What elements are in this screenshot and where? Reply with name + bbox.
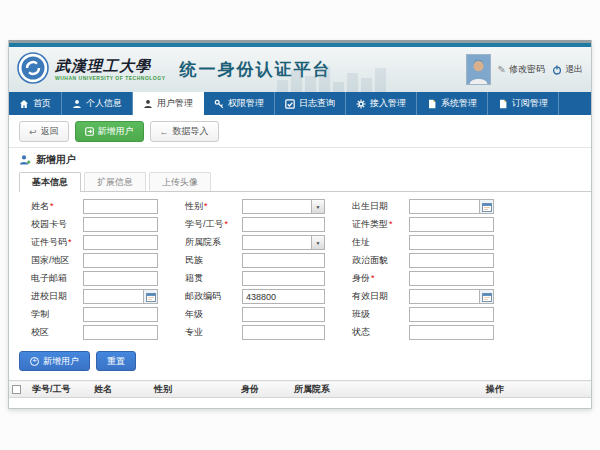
field-address: 住址: [352, 235, 494, 250]
nav-tab-label: 日志查询: [299, 97, 335, 110]
field-student-id: 学号/工号*: [185, 217, 325, 232]
class-input[interactable]: [409, 307, 494, 322]
field-label: 状态: [352, 327, 370, 337]
select-all-checkbox[interactable]: [12, 385, 21, 394]
department-select[interactable]: [243, 236, 311, 249]
education-length-input[interactable]: [83, 307, 158, 322]
grade-input[interactable]: [242, 307, 325, 322]
col-identity: 身份: [238, 381, 291, 398]
field-grade: 年级: [185, 307, 325, 322]
table-row: [9, 398, 591, 411]
tab-extended-info[interactable]: 扩展信息: [84, 172, 146, 191]
field-label: 年级: [185, 309, 203, 319]
nav-tab-system[interactable]: 系统管理: [417, 92, 488, 115]
col-department: 所属院系: [291, 381, 483, 398]
gear-icon: [356, 99, 366, 109]
section-header: 新增用户: [9, 148, 591, 170]
nav-tab-access[interactable]: 接入管理: [346, 92, 417, 115]
tab-upload-avatar[interactable]: 上传头像: [149, 172, 211, 191]
nav-tab-logs[interactable]: 日志查询: [275, 92, 346, 115]
field-native-place: 籍贯: [185, 271, 325, 286]
back-button[interactable]: ↩ 返回: [19, 121, 69, 142]
change-password-link[interactable]: ✎ 修改密码: [498, 63, 545, 76]
nav-tab-home[interactable]: 首页: [9, 92, 62, 115]
university-name-zh: 武漢理工大學: [55, 59, 165, 74]
power-icon: [552, 65, 562, 75]
main-nav: 首页 个人信息 用户管理 权限管理 日志查询 接入管理 系统管理 订阅管理: [9, 92, 591, 115]
identity-input[interactable]: [409, 271, 494, 286]
id-number-input[interactable]: [83, 235, 158, 250]
field-label: 电子邮箱: [31, 273, 67, 283]
data-import-label: 数据导入: [173, 125, 209, 138]
university-name-en: WUHAN UNIVERSITY OF TECHNOLOGY: [55, 76, 165, 81]
entry-date-input[interactable]: [84, 290, 143, 303]
campus-card-input[interactable]: [83, 217, 158, 232]
id-type-input[interactable]: [409, 217, 494, 232]
calendar-icon[interactable]: [479, 290, 493, 303]
field-label: 校区: [31, 327, 49, 337]
student-id-input[interactable]: [242, 217, 325, 232]
nav-tab-permissions[interactable]: 权限管理: [204, 92, 275, 115]
form-actions: + 新增用户 重置: [9, 345, 591, 376]
back-label: 返回: [41, 125, 59, 138]
postal-code-input[interactable]: [242, 289, 325, 304]
native-place-input[interactable]: [242, 271, 325, 286]
add-person-icon: [19, 154, 31, 166]
nav-tab-profile[interactable]: 个人信息: [62, 92, 133, 115]
document-icon: [498, 99, 508, 109]
submit-add-user-button[interactable]: + 新增用户: [19, 351, 90, 371]
logout-label: 退出: [565, 63, 583, 76]
address-input[interactable]: [409, 235, 494, 250]
dropdown-arrow-icon[interactable]: ▼: [311, 200, 324, 213]
valid-date-input[interactable]: [410, 290, 479, 303]
calendar-icon[interactable]: [479, 200, 493, 213]
field-campus: 校区: [31, 325, 158, 340]
dropdown-arrow-icon[interactable]: ▼: [311, 236, 324, 249]
university-logo-icon: [17, 52, 49, 88]
campus-input[interactable]: [83, 325, 158, 340]
field-campus-card: 校园卡号: [31, 217, 158, 232]
toolbar: ↩ 返回 新增用户 ← 数据导入: [9, 115, 591, 147]
email-input[interactable]: [83, 271, 158, 286]
field-gender: 性别*▼: [185, 199, 325, 214]
major-input[interactable]: [242, 325, 325, 340]
field-ethnicity: 民族: [185, 253, 325, 268]
country-region-input[interactable]: [83, 253, 158, 268]
field-label: 校园卡号: [31, 219, 67, 229]
reset-button[interactable]: 重置: [96, 351, 136, 371]
ethnicity-input[interactable]: [242, 253, 325, 268]
field-label: 性别: [185, 201, 203, 211]
university-name-block: 武漢理工大學 WUHAN UNIVERSITY OF TECHNOLOGY: [55, 59, 165, 81]
status-input[interactable]: [409, 325, 494, 340]
nav-tab-label: 系统管理: [441, 97, 477, 110]
field-label: 住址: [352, 237, 370, 247]
field-label: 证件类型: [352, 219, 388, 229]
nav-tab-user-management[interactable]: 用户管理: [133, 92, 204, 115]
field-identity: 身份*: [352, 271, 494, 286]
field-entry-date: 进校日期: [31, 289, 158, 304]
field-birth-date: 出生日期: [352, 199, 494, 214]
nav-tab-subscriptions[interactable]: 订阅管理: [488, 92, 559, 115]
field-major: 专业: [185, 325, 325, 340]
birth-date-input[interactable]: [410, 200, 479, 213]
table-header-row: 学号/工号 姓名 性别 身份 所属院系 操作: [9, 381, 591, 398]
logout-link[interactable]: 退出: [552, 63, 583, 76]
submit-label: 新增用户: [43, 355, 79, 368]
col-gender: 性别: [151, 381, 238, 398]
name-input[interactable]: [83, 199, 158, 214]
required-marker: *: [371, 273, 375, 283]
gender-select[interactable]: [243, 200, 311, 213]
field-label: 班级: [352, 309, 370, 319]
add-user-toolbar-button[interactable]: 新增用户: [75, 121, 144, 142]
field-label: 进校日期: [31, 291, 67, 301]
calendar-icon[interactable]: [143, 290, 157, 303]
content-area: ↩ 返回 新增用户 ← 数据导入 新增用户 基本信息 扩展信息 上传头像 姓名*…: [9, 115, 591, 407]
field-label: 专业: [185, 327, 203, 337]
political-status-input[interactable]: [409, 253, 494, 268]
data-import-button[interactable]: ← 数据导入: [150, 121, 219, 142]
form-tabs: 基本信息 扩展信息 上传头像: [19, 172, 591, 192]
field-department: 所属院系▼: [185, 235, 325, 250]
user-icon: [143, 99, 153, 109]
tab-basic-info[interactable]: 基本信息: [19, 172, 81, 192]
field-label: 国家/地区: [31, 255, 70, 265]
